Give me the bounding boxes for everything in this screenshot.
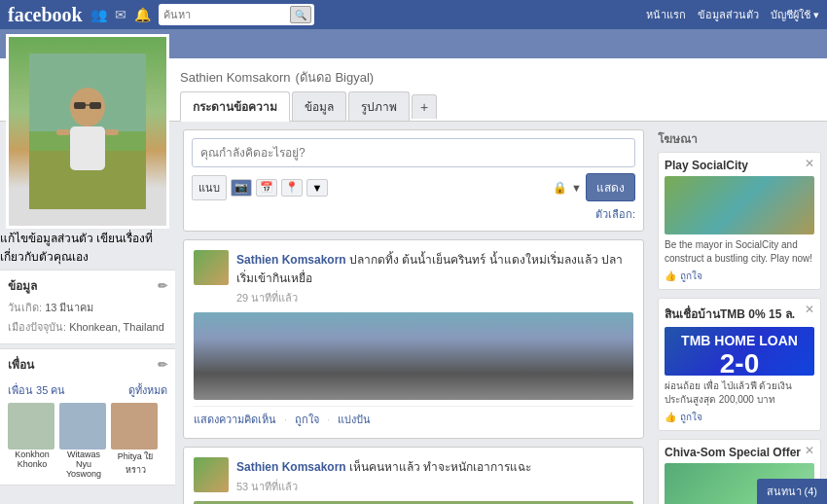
svg-rect-9 bbox=[105, 129, 119, 135]
friends-edit-icon[interactable]: ✏ bbox=[158, 358, 167, 372]
profile-name: Sathien Komsakorn (ดันดอ Bigyal) bbox=[180, 66, 815, 88]
photo-icon[interactable]: 📷 bbox=[231, 179, 252, 197]
friend-name: Konkhon Khonko bbox=[8, 450, 56, 469]
friend-avatar bbox=[59, 403, 106, 450]
post-avatar-image bbox=[194, 457, 229, 492]
post-author[interactable]: Sathien Komsakorn bbox=[236, 253, 346, 267]
friends-all-link[interactable]: ดูทั้งหมด bbox=[128, 381, 167, 399]
post-content: Sathien Komsakorn เห็นคนหาแล้ว ทำจะหนักเ… bbox=[236, 457, 531, 495]
facebook-logo: facebook bbox=[8, 4, 83, 26]
search-input[interactable] bbox=[163, 9, 290, 20]
post-image bbox=[194, 312, 633, 400]
post-box: แนบ 📷 📅 📍 ▼ 🔒 ▼ แสดง ตัวเลือก: bbox=[183, 129, 644, 232]
friends-section: เพื่อน ✏ เพื่อน 35 คน ดูทั้งหมด Konkhon … bbox=[0, 348, 175, 486]
privacy-dropdown[interactable]: ▼ bbox=[571, 182, 582, 194]
friend-avatar bbox=[8, 403, 54, 450]
svg-rect-8 bbox=[56, 129, 70, 135]
friends-grid: Konkhon Khonko Witawas Nyu Yoswong Phity… bbox=[8, 403, 167, 479]
nav-home-link[interactable]: หน้าแรก bbox=[646, 6, 686, 23]
friend-requests-icon[interactable]: 👥 bbox=[90, 7, 107, 22]
right-sidebar: โฆษณา Play SocialCity ✕ Be the mayor in … bbox=[652, 122, 827, 504]
add-tab-button[interactable]: + bbox=[412, 94, 437, 119]
ad-close-btn-3[interactable]: ✕ bbox=[805, 444, 814, 457]
svg-rect-4 bbox=[70, 126, 105, 170]
profile-photo-image bbox=[9, 37, 166, 226]
post-text: เห็นคนหาแล้ว ทำจะหนักเอาการแฉะ bbox=[349, 460, 531, 474]
city-row: เมืองปัจจุบัน: Khonkean, Thailand bbox=[8, 318, 167, 336]
tab-wall[interactable]: กระดานข้อความ bbox=[180, 91, 290, 122]
friends-section-title: เพื่อน ✏ bbox=[8, 355, 167, 378]
ad-image-1 bbox=[665, 176, 814, 234]
feed-post: Sathien Komsakorn ปลากดทิ้ง ต้นน้ำเย็นคร… bbox=[183, 239, 644, 439]
messages-icon[interactable]: ✉ bbox=[115, 7, 126, 22]
friend-name: Phitya ใย หราว bbox=[111, 450, 160, 477]
chat-bar[interactable]: สนทนา (4) bbox=[757, 479, 828, 504]
tab-photos[interactable]: รูปภาพ bbox=[348, 91, 410, 121]
post-content: Sathien Komsakorn ปลากดทิ้ง ต้นน้ำเย็นคร… bbox=[236, 250, 633, 306]
info-edit-icon[interactable]: ✏ bbox=[158, 279, 167, 293]
friend-item[interactable]: Konkhon Khonko bbox=[8, 403, 56, 479]
share-action[interactable]: แบ่งปัน bbox=[338, 411, 371, 428]
post-type-btn[interactable]: แนบ bbox=[192, 175, 227, 200]
post-avatar bbox=[194, 457, 229, 492]
post-toolbar-left: แนบ 📷 📅 📍 ▼ bbox=[192, 175, 328, 200]
top-navigation: facebook 👥 ✉ 🔔 🔍 หน้าแรก ข้อมูลส่วนตัว บ… bbox=[0, 0, 827, 29]
nav-account-link[interactable]: บัญชีผู้ใช้ ▾ bbox=[771, 6, 819, 23]
post-input[interactable] bbox=[192, 138, 635, 167]
page-body: แก้ไขข้อมูลส่วนตัว เขียนเรื่องที่เกี่ยวก… bbox=[0, 122, 827, 504]
friend-name: Witawas Nyu Yoswong bbox=[59, 450, 108, 479]
post-header: Sathien Komsakorn เห็นคนหาแล้ว ทำจะหนักเ… bbox=[194, 457, 633, 495]
tab-info[interactable]: ข้อมูล bbox=[292, 91, 346, 121]
ad-close-btn-2[interactable]: ✕ bbox=[805, 303, 814, 316]
post-time: 53 นาทีที่แล้ว bbox=[236, 478, 531, 495]
svg-rect-6 bbox=[90, 102, 101, 109]
search-bar: 🔍 bbox=[159, 4, 314, 25]
ad-block-1: Play SocialCity ✕ Be the mayor in Social… bbox=[658, 152, 821, 290]
post-toolbar: แนบ 📷 📅 📍 ▼ 🔒 ▼ แสดง bbox=[192, 173, 635, 201]
like-action[interactable]: ถูกใจ bbox=[295, 411, 319, 428]
friend-avatar bbox=[111, 403, 158, 450]
post-privacy: 🔒 ▼ แสดง bbox=[553, 173, 635, 201]
tag-link[interactable]: ตัวเลือก: bbox=[595, 208, 635, 220]
calendar-icon[interactable]: 📅 bbox=[256, 179, 277, 197]
ad-like-link-1[interactable]: ถูกใจ bbox=[680, 269, 702, 283]
left-sidebar: แก้ไขข้อมูลส่วนตัว เขียนเรื่องที่เกี่ยวก… bbox=[0, 122, 175, 504]
ad-block-2: สินเชื่อบ้านTMB 0% 15 ล. ✕ TMB HOME LOAN… bbox=[658, 298, 821, 431]
post-author[interactable]: Sathien Komsakorn bbox=[236, 460, 346, 474]
search-button[interactable]: 🔍 bbox=[290, 6, 311, 23]
thumbs-up-icon: 👍 bbox=[665, 412, 676, 422]
nav-profile-link[interactable]: ข้อมูลส่วนตัว bbox=[698, 6, 759, 23]
edit-info-link[interactable]: แก้ไขข้อมูลส่วนตัว bbox=[0, 232, 93, 245]
location-icon[interactable]: 📍 bbox=[281, 179, 303, 197]
ad-image-2: TMB HOME LOAN2-0 bbox=[665, 327, 814, 376]
ad-like-row-1: 👍 ถูกใจ bbox=[665, 269, 814, 283]
profile-tabs: กระดานข้อความ ข้อมูล รูปภาพ + bbox=[180, 91, 815, 121]
center-content: แนบ 📷 📅 📍 ▼ 🔒 ▼ แสดง ตัวเลือก: bbox=[175, 122, 652, 504]
ad-text-2: ผ่อนถ้อย เพื่อ ไป่แล้วฟี ด้วยเงิน ประกัน… bbox=[665, 379, 814, 407]
post-header: Sathien Komsakorn ปลากดทิ้ง ต้นน้ำเย็นคร… bbox=[194, 250, 633, 306]
ad-like-link-2[interactable]: ถูกใจ bbox=[680, 410, 702, 424]
birthday-row: วันเกิด: 13 มีนาคม bbox=[8, 299, 167, 316]
ad-like-row-2: 👍 ถูกใจ bbox=[665, 410, 814, 424]
nav-left: facebook 👥 ✉ 🔔 🔍 bbox=[8, 4, 314, 26]
friend-item[interactable]: Witawas Nyu Yoswong bbox=[59, 403, 108, 479]
profile-photo bbox=[6, 34, 169, 229]
info-section: ข้อมูล ✏ วันเกิด: 13 มีนาคม เมืองปัจจุบั… bbox=[0, 270, 175, 344]
ad-title-1: Play SocialCity bbox=[665, 159, 814, 172]
more-icon[interactable]: ▼ bbox=[306, 179, 328, 197]
friends-count[interactable]: เพื่อน 35 คน bbox=[8, 381, 65, 399]
post-time: 29 นาทีที่แล้ว bbox=[236, 289, 633, 306]
ad-close-btn-1[interactable]: ✕ bbox=[805, 157, 814, 170]
feed-post: Sathien Komsakorn เห็นคนหาแล้ว ทำจะหนักเ… bbox=[183, 447, 644, 504]
friend-item[interactable]: Phitya ใย หราว bbox=[111, 403, 160, 479]
nav-right: หน้าแรก ข้อมูลส่วนตัว บัญชีผู้ใช้ ▾ bbox=[646, 6, 819, 23]
ad-title-3: Chiva-Som Special Offer bbox=[665, 446, 814, 459]
post-actions: แสดงความคิดเห็น · ถูกใจ · แบ่งปัน bbox=[194, 406, 633, 428]
comment-action[interactable]: แสดงความคิดเห็น bbox=[194, 411, 276, 428]
post-avatar-image bbox=[194, 250, 229, 285]
lock-icon: 🔒 bbox=[553, 181, 567, 195]
notifications-icon[interactable]: 🔔 bbox=[134, 7, 151, 22]
right-sidebar-header: โฆษณา bbox=[658, 129, 821, 148]
post-button[interactable]: แสดง bbox=[586, 173, 635, 201]
ad-title-2: สินเชื่อบ้านTMB 0% 15 ล. bbox=[665, 305, 814, 323]
